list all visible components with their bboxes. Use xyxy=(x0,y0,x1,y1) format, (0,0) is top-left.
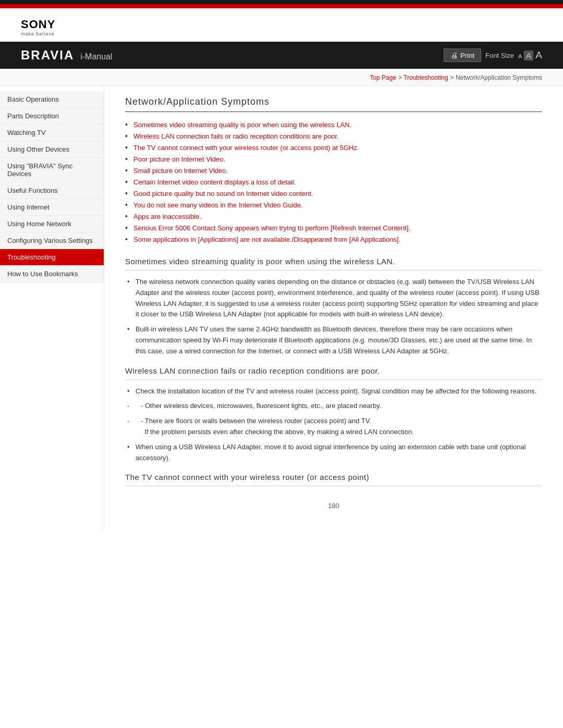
breadcrumb-top-page[interactable]: Top Page xyxy=(370,74,396,81)
imanual-label: i-Manual xyxy=(80,52,112,61)
breadcrumb-sep1: > xyxy=(398,74,403,81)
link-wireless-lan-fail[interactable]: Wireless LAN connection fails or radio r… xyxy=(133,132,339,140)
font-size-label: Font Size xyxy=(485,52,514,59)
link-video-guide[interactable]: You do not see many videos in the Intern… xyxy=(133,201,303,209)
sidebar-item-basic-operations[interactable]: Basic Operations xyxy=(0,91,104,108)
list-item: Small picture on Internet Video. xyxy=(125,166,542,175)
header-area: SONY make.believe xyxy=(0,8,563,42)
breadcrumb: Top Page > Troubleshooting > Network/App… xyxy=(0,69,563,86)
sidebar-item-troubleshooting[interactable]: Troubleshooting xyxy=(0,249,104,266)
list-item-sub: - Other wireless devices, microwaves, fl… xyxy=(125,401,542,412)
section1-heading: Sometimes video streaming quality is poo… xyxy=(125,256,542,270)
print-button[interactable]: 🖨 Print xyxy=(444,48,481,62)
list-item: Some applications in [Applications] are … xyxy=(125,235,542,243)
list-item: Serious Error 5006 Contact Sony appears … xyxy=(125,224,542,232)
main-layout: Basic Operations Parts Description Watch… xyxy=(0,86,563,530)
link-serious-error[interactable]: Serious Error 5006 Contact Sony appears … xyxy=(133,224,410,232)
link-apps-inaccessible[interactable]: Apps are inaccessible. xyxy=(133,213,201,220)
content-area: Network/Application Symptoms Sometimes v… xyxy=(104,86,563,530)
link-streaming-quality[interactable]: Sometimes video streaming quality is poo… xyxy=(133,121,351,129)
bravia-title: BRAVIA i-Manual xyxy=(21,48,113,63)
red-bar xyxy=(0,4,563,8)
sidebar-item-using-internet[interactable]: Using Internet xyxy=(0,199,104,216)
breadcrumb-current: Network/Application Symptoms xyxy=(456,74,542,81)
link-poor-picture[interactable]: Poor picture on Internet Video. xyxy=(133,155,225,163)
sidebar-item-using-other-devices[interactable]: Using Other Devices xyxy=(0,141,104,158)
sidebar-item-home-network[interactable]: Using Home Network xyxy=(0,216,104,232)
breadcrumb-troubleshooting[interactable]: Troubleshooting xyxy=(403,74,448,81)
list-item: Apps are inaccessible. xyxy=(125,212,542,220)
list-item: The wireless network connection quality … xyxy=(125,277,542,320)
font-small-button[interactable]: A xyxy=(518,53,522,59)
bravia-logo: BRAVIA xyxy=(21,48,74,63)
link-apps-unavailable[interactable]: Some applications in [Applications] are … xyxy=(133,236,400,243)
breadcrumb-sep2: > xyxy=(450,74,456,81)
list-item: Sometimes video streaming quality is poo… xyxy=(125,120,542,129)
font-large-button[interactable]: A xyxy=(535,50,542,61)
link-no-sound[interactable]: Good picture quality but no sound on Int… xyxy=(133,190,313,198)
section2-heading: Wireless LAN connection fails or radio r… xyxy=(125,365,542,380)
link-loss-detail[interactable]: Certain Internet video content displays … xyxy=(133,178,296,186)
print-icon: 🖨 xyxy=(450,51,458,59)
top-bar xyxy=(0,0,563,4)
font-medium-button[interactable]: A xyxy=(524,51,533,60)
list-item: Check the installation location of the T… xyxy=(125,386,542,397)
list-item: Good picture quality but no sound on Int… xyxy=(125,189,542,198)
font-size-buttons: A A A xyxy=(518,50,542,61)
section2-bullets: Check the installation location of the T… xyxy=(125,386,542,464)
sidebar-item-useful-functions[interactable]: Useful Functions xyxy=(0,182,104,199)
title-bar-right: 🖨 Print Font Size A A A xyxy=(444,48,542,62)
link-small-picture[interactable]: Small picture on Internet Video. xyxy=(133,167,228,175)
sidebar-item-bravia-sync[interactable]: Using "BRAVIA" Sync Devices xyxy=(0,158,104,182)
list-item: The TV cannot connect with your wireless… xyxy=(125,143,542,152)
title-bar: BRAVIA i-Manual 🖨 Print Font Size A A A xyxy=(0,42,563,69)
page-title: Network/Application Symptoms xyxy=(125,96,542,112)
list-item: Wireless LAN connection fails or radio r… xyxy=(125,132,542,140)
list-item: Poor picture on Internet Video. xyxy=(125,155,542,163)
sidebar-item-bookmarks[interactable]: How to Use Bookmarks xyxy=(0,266,104,282)
list-item: When using a USB Wireless LAN Adapter, m… xyxy=(125,442,542,464)
sidebar-item-parts-description[interactable]: Parts Description xyxy=(0,108,104,125)
sidebar-item-watching-tv[interactable]: Watching TV xyxy=(0,125,104,141)
links-list: Sometimes video streaming quality is poo… xyxy=(125,120,542,243)
list-item: Certain Internet video content displays … xyxy=(125,178,542,186)
sidebar: Basic Operations Parts Description Watch… xyxy=(0,86,104,530)
sidebar-item-configuring-settings[interactable]: Configuring Various Settings xyxy=(0,232,104,249)
link-5ghz[interactable]: The TV cannot connect with your wireless… xyxy=(133,144,359,152)
page-number: 180 xyxy=(125,502,542,510)
list-item: Built-in wireless LAN TV uses the same 2… xyxy=(125,324,542,356)
section1-bullets: The wireless network connection quality … xyxy=(125,277,542,357)
sony-logo: SONY make.believe xyxy=(21,18,542,36)
list-item: You do not see many videos in the Intern… xyxy=(125,201,542,209)
section3-heading: The TV cannot connect with your wireless… xyxy=(125,472,542,486)
list-item-sub: - There are floors or walls between the … xyxy=(125,416,542,438)
